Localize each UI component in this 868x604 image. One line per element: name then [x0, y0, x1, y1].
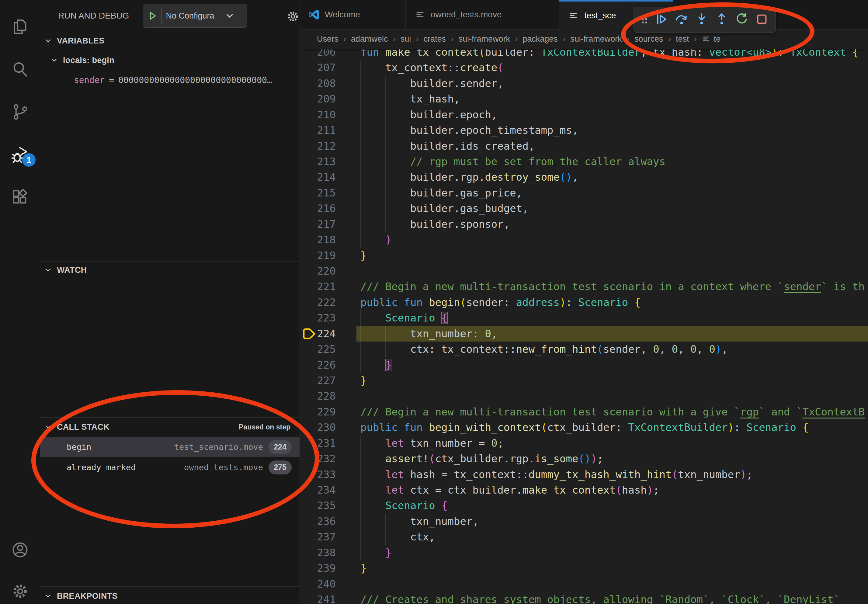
code-text: Scenario {: [360, 310, 448, 326]
call-stack-frame-already_marked[interactable]: already_markedowned_tests.move275: [40, 457, 299, 477]
code-line-219[interactable]: 219}: [300, 248, 868, 263]
code-text: ctx: tx_context::new_from_hint(sender, 0…: [360, 342, 728, 357]
code-line-241[interactable]: 241/// Creates and shares system objects…: [300, 592, 868, 604]
code-line-233[interactable]: 233 let hash = tx_context::dummy_tx_hash…: [300, 467, 868, 482]
activitybar-item-source-control[interactable]: [0, 94, 40, 130]
breadcrumb-separator: ›: [393, 34, 395, 44]
start-debugging-icon[interactable]: [147, 10, 158, 22]
code-line-218[interactable]: 218 ): [300, 232, 868, 248]
vscode-window: 1 RUN AND DEBUG No Configura VARIABLES l…: [0, 0, 868, 604]
code-line-225[interactable]: 225 ctx: tx_context::new_from_hint(sende…: [300, 342, 868, 357]
code-line-224[interactable]: 224 txn_number: 0,: [300, 326, 868, 342]
variable-row-sender[interactable]: sender = 00000000000000000000000000000…: [40, 72, 299, 88]
code-line-217[interactable]: 217 builder.sponsor,: [300, 217, 868, 232]
section-divider: [40, 417, 299, 418]
code-line-229[interactable]: 229/// Begin a new multi-transaction tes…: [300, 404, 868, 420]
breadcrumb-item[interactable]: packages: [522, 34, 558, 44]
code-line-231[interactable]: 231 let txn_number = 0;: [300, 435, 868, 451]
code-line-213[interactable]: 213 // rgp must be set from the caller a…: [300, 154, 868, 169]
activitybar-item-account[interactable]: [0, 531, 40, 568]
activitybar-item-search[interactable]: [0, 51, 40, 88]
breadcrumb-item[interactable]: test: [676, 34, 689, 44]
chevron-down-icon[interactable]: [224, 10, 236, 22]
line-number: 241: [300, 592, 336, 604]
code-line-220[interactable]: 220: [300, 263, 868, 279]
breadcrumb-item[interactable]: sui: [401, 34, 411, 44]
watch-section-header[interactable]: WATCH: [40, 262, 299, 278]
variables-scope-locals[interactable]: locals: begin: [46, 52, 300, 68]
tab-owned-tests-move[interactable]: owned_tests.move: [406, 0, 559, 29]
section-divider: [40, 261, 299, 262]
activitybar-item-explorer[interactable]: [0, 9, 40, 45]
call-stack-frame-begin[interactable]: begintest_scenario.move224: [40, 437, 299, 457]
debug-settings-gear-button[interactable]: [285, 9, 300, 24]
variables-section-header[interactable]: VARIABLES: [40, 33, 299, 49]
code-line-208[interactable]: 208 builder.sender,: [300, 76, 868, 91]
code-editor[interactable]: 206fun make_tx_context(builder: TxContex…: [300, 0, 868, 604]
code-text: }: [360, 545, 391, 561]
breadcrumb-item[interactable]: sui-framework: [570, 34, 622, 44]
frame-function: already_marked: [67, 463, 136, 472]
stop-button[interactable]: [752, 9, 772, 31]
code-line-228[interactable]: 228: [300, 389, 868, 404]
line-number: 236: [300, 514, 336, 529]
code-line-207[interactable]: 207 tx_context::create(: [300, 60, 868, 76]
code-line-240[interactable]: 240: [300, 576, 868, 592]
step-out-button[interactable]: [711, 9, 732, 31]
breadcrumb-item[interactable]: sources: [634, 34, 663, 44]
code-line-239[interactable]: 239}: [300, 561, 868, 576]
step-over-button[interactable]: [671, 9, 691, 31]
activitybar-item-settings[interactable]: [0, 573, 40, 604]
code-line-221[interactable]: 221/// Begin a new multi-transaction tes…: [300, 279, 868, 294]
step-into-button[interactable]: [691, 9, 711, 31]
code-line-212[interactable]: 212 builder.ids_created,: [300, 138, 868, 154]
chevron-down-icon: [43, 265, 53, 275]
code-line-226[interactable]: 226 }: [300, 357, 868, 373]
continue-button[interactable]: [651, 9, 671, 31]
code-line-232[interactable]: 232 assert!(ctx_builder.rgp.is_some());: [300, 451, 868, 466]
line-number: 237: [300, 529, 336, 545]
breakpoints-section-header[interactable]: BREAKPOINTS: [40, 588, 299, 604]
code-line-223[interactable]: 223 Scenario {: [300, 310, 868, 326]
code-line-227[interactable]: 227}: [300, 373, 868, 389]
configuration-label[interactable]: No Configura: [166, 11, 223, 21]
code-text: let hash = tx_context::dummy_tx_hash_wit…: [360, 467, 753, 482]
code-line-238[interactable]: 238 }: [300, 545, 868, 561]
code-line-209[interactable]: 209 tx_hash,: [300, 91, 868, 107]
breadcrumb-item[interactable]: adamwelc: [351, 34, 388, 44]
breadcrumb-item[interactable]: crates: [424, 34, 446, 44]
code-line-211[interactable]: 211 builder.epoch_timestamp_ms,: [300, 122, 868, 138]
code-line-216[interactable]: 216 builder.gas_budget,: [300, 201, 868, 216]
breadcrumb-item[interactable]: sui-framework: [458, 34, 510, 44]
frame-function: begin: [67, 442, 91, 452]
breadcrumb-item[interactable]: Users: [317, 34, 338, 44]
restart-button[interactable]: [732, 9, 752, 31]
code-line-210[interactable]: 210 builder.epoch,: [300, 107, 868, 122]
breadcrumb-item-file[interactable]: te: [702, 34, 721, 44]
code-line-236[interactable]: 236 txn_number,: [300, 514, 868, 529]
activitybar-item-run-and-debug[interactable]: 1: [0, 136, 40, 173]
code-line-230[interactable]: 230public fun begin_with_context(ctx_bui…: [300, 420, 868, 435]
code-line-214[interactable]: 214 builder.rgp.destroy_some(),: [300, 169, 868, 185]
code-line-234[interactable]: 234 let ctx = ctx_builder.make_tx_contex…: [300, 482, 868, 498]
activitybar-item-extensions[interactable]: [0, 179, 40, 215]
drag-gripper[interactable]: [637, 9, 651, 31]
account-icon: [11, 541, 29, 559]
frame-line-badge: 224: [268, 440, 292, 454]
code-text: builder.sender,: [360, 76, 504, 91]
code-line-222[interactable]: 222public fun begin(sender: address): Sc…: [300, 295, 868, 310]
stop-icon: [755, 12, 769, 27]
code-text: txn_number,: [360, 514, 479, 529]
code-text: builder.epoch,: [360, 107, 497, 122]
tab-welcome[interactable]: Welcome: [300, 0, 406, 29]
line-number: 217: [300, 217, 336, 232]
line-number: 230: [300, 420, 336, 435]
code-line-235[interactable]: 235 Scenario {: [300, 498, 868, 513]
code-line-215[interactable]: 215 builder.gas_price,: [300, 185, 868, 201]
line-number: 233: [300, 467, 336, 482]
debug-configuration-dropdown[interactable]: No Configura: [143, 4, 247, 28]
chevron-down-icon: [43, 36, 53, 45]
code-text: public fun begin_with_context(ctx_builde…: [360, 420, 809, 435]
code-line-237[interactable]: 237 ctx,: [300, 529, 868, 545]
file-list-icon: [415, 9, 425, 20]
